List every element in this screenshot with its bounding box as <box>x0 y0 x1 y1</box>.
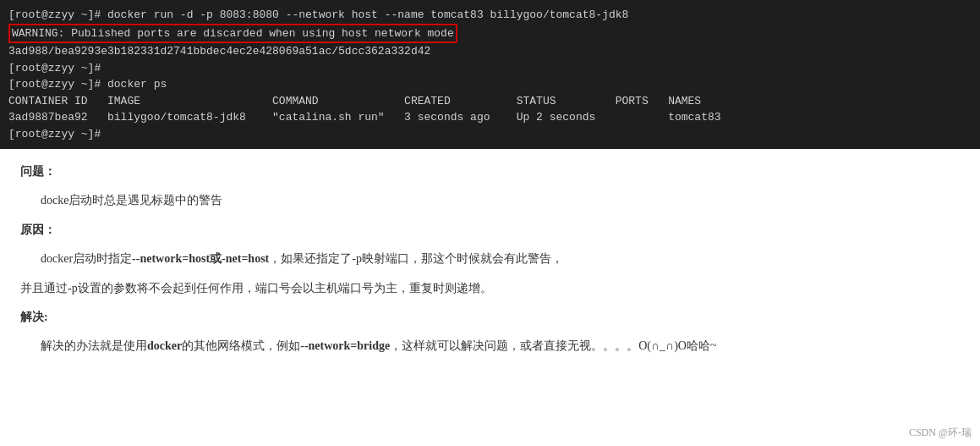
cause-text1-post: ，如果还指定了-p映射端口，那这个时候就会有此警告， <box>269 252 563 265</box>
solution-text-mid: 的其他网络模式，例如 <box>182 339 300 352</box>
solution-label-block: 解决: <box>20 308 960 327</box>
problem-text: docke启动时总是遇见标题中的警告 <box>41 194 222 206</box>
terminal-ps-row: 3ad9887bea92 billygoo/tomcat8-jdk8 "cata… <box>8 109 972 126</box>
content-block: 问题： docke启动时总是遇见标题中的警告 原因： docker启动时指定--… <box>0 149 980 380</box>
cause-text1-block: docker启动时指定--network=host或-net=host，如果还指… <box>41 250 960 268</box>
terminal-line-warning: WARNING: Published ports are discarded w… <box>8 24 972 44</box>
warning-text: WARNING: Published ports are discarded w… <box>8 24 457 44</box>
cause-text1-pre: docker启动时指定 <box>41 252 132 265</box>
cause-text1-bold: --network=host或-net=host <box>132 252 269 265</box>
solution-label: 解决: <box>20 311 48 323</box>
terminal-line-hash: 3ad988/bea9293e3b182331d2741bbdec4ec2e42… <box>8 43 972 60</box>
terminal-line-cmd1: [root@zzyy ~]# docker run -d -p 8083:808… <box>8 7 972 24</box>
terminal-ps-header: CONTAINER ID IMAGE COMMAND CREATED STATU… <box>8 93 972 110</box>
problem-section: 问题： <box>20 162 960 181</box>
terminal-line-blank: [root@zzyy ~]# <box>8 60 972 77</box>
terminal-block: [root@zzyy ~]# docker run -d -p 8083:808… <box>0 0 980 149</box>
cause-text2-block: 并且通过-p设置的参数将不会起到任何作用，端口号会以主机端口号为主，重复时则递增… <box>20 279 960 298</box>
solution-text-bold2: --network=bridge <box>300 339 390 352</box>
solution-text-block: 解决的办法就是使用docker的其他网络模式，例如--network=bridg… <box>41 337 960 355</box>
solution-text-pre: 解决的办法就是使用 <box>41 339 147 352</box>
terminal-line-cmd2: [root@zzyy ~]# docker ps <box>8 76 972 93</box>
solution-text-post: ，这样就可以解决问题，或者直接无视。。。。O(∩_∩)O哈哈~ <box>390 339 716 352</box>
cause-text2: 并且通过-p设置的参数将不会起到任何作用，端口号会以主机端口号为主，重复时则递增… <box>20 282 492 295</box>
terminal-prompt: [root@zzyy ~]# <box>8 126 972 143</box>
problem-label: 问题： <box>20 165 56 178</box>
cause-label-block: 原因： <box>20 221 960 240</box>
solution-text-bold1: docker <box>147 339 182 352</box>
cause-label: 原因： <box>20 223 56 236</box>
problem-text-block: docke启动时总是遇见标题中的警告 <box>41 191 960 210</box>
